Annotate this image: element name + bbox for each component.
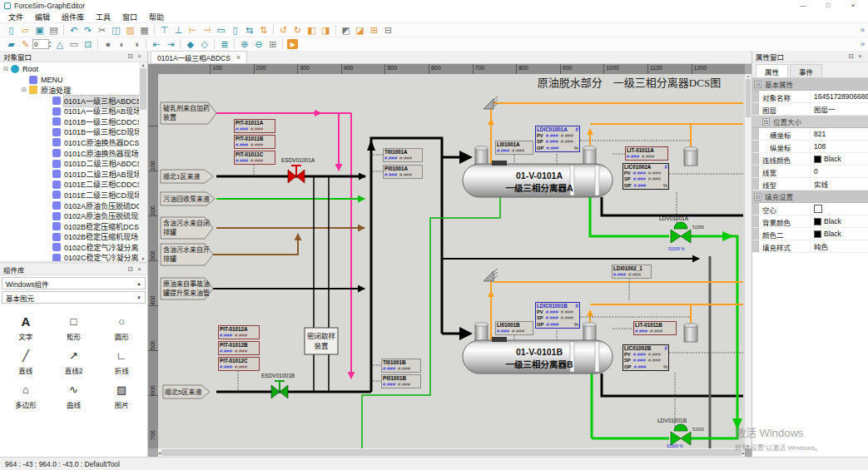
toolbar-icon[interactable]: ◩: [339, 24, 353, 37]
toolbar-icon[interactable]: ▭: [214, 24, 228, 37]
toolbar-icon[interactable]: ◫: [109, 24, 123, 37]
toolbar-icon[interactable]: ▦: [137, 24, 151, 37]
line-width-input[interactable]: [32, 39, 49, 49]
palette-item[interactable]: ↗ 直线2: [50, 349, 98, 375]
toolbar-icon[interactable]: ◐: [115, 38, 129, 51]
toolbar-icon[interactable]: ⊞: [367, 24, 381, 37]
maximize-button[interactable]: □: [817, 2, 839, 9]
toolbar-icon[interactable]: ⊡: [81, 38, 95, 51]
toolbar-icon[interactable]: ◇: [197, 38, 211, 51]
scroll-up-icon[interactable]: ▲: [141, 62, 146, 67]
drawing-canvas[interactable]: 原油脱水部分 一级三相分离器DCS图: [158, 74, 745, 448]
toolbar-icon[interactable]: ⊕: [237, 38, 251, 51]
property-row-color2[interactable]: 颜色二 Black: [752, 228, 868, 240]
toolbar-icon[interactable]: ≣: [217, 38, 231, 51]
tree-item[interactable]: 0101D二级三相ABDCS: [0, 158, 147, 169]
instrument-ldi-01002-1[interactable]: LDI01002_1 #.####.###: [612, 265, 652, 279]
vessel-01-V-0101B[interactable]: 01-V-0101B 一级三相分离器B: [463, 323, 613, 374]
toolbar-icon[interactable]: ●: [101, 38, 115, 51]
instrument-pi-01001b[interactable]: PI01001B #.####.###: [381, 374, 421, 388]
toolbar-icon[interactable]: ⊞: [265, 38, 280, 51]
instrument-pit-01012b[interactable]: PIT-01012B #.####.###: [218, 341, 260, 355]
toolbar-icon[interactable]: ▯: [4, 24, 18, 37]
toolbar-overflow-icon[interactable]: »: [861, 26, 865, 34]
toolbar-icon[interactable]: ▱: [18, 24, 32, 37]
palette-item[interactable]: ╱ 直线: [2, 349, 50, 375]
instrument-lit-01011a[interactable]: LIT-01011A #.####.###: [625, 146, 668, 161]
toolbar-icon[interactable]: ✂: [95, 24, 109, 37]
tree-item[interactable]: 0102A原油负压脱硫现场: [0, 210, 147, 221]
tree-item[interactable]: 0101A一级三相AB现场: [0, 106, 147, 116]
tree-item[interactable]: 0101E二级三相CD现场: [0, 190, 147, 200]
toolbar-icon[interactable]: ⊥: [171, 24, 186, 37]
toolbar-icon[interactable]: ▶: [287, 39, 298, 49]
library-group-windows[interactable]: Windows组件 ▲: [2, 277, 146, 289]
instrument-pit-01012c[interactable]: PIT-01012C #.####.###: [218, 357, 260, 371]
toolbar-overflow-icon[interactable]: »: [861, 40, 865, 48]
valve-esdv01001b[interactable]: ESDV01001B: [261, 373, 295, 398]
tree-item[interactable]: 0102B稳定压缩机现场: [0, 232, 147, 243]
panel-float-icon[interactable]: ⊡: [126, 265, 135, 273]
controller-ldic01001b[interactable]: LDIC01001B# PV#.####.### SP#.####.### OP…: [535, 302, 580, 329]
property-row-line-color[interactable]: 连线颜色 Black: [752, 153, 868, 166]
instrument-pit-01011b[interactable]: PIT-01011B #.####.###: [234, 135, 275, 149]
menu-item[interactable]: 帮助: [143, 11, 170, 23]
scroll-down-icon[interactable]: ▼: [746, 444, 750, 448]
toolbar-icon[interactable]: ✎: [18, 38, 32, 51]
scroll-down-icon[interactable]: ▼: [141, 256, 146, 261]
controller-lic01002a[interactable]: LIC01002A# PV#.####.### SP#.####.### OP#…: [622, 163, 669, 190]
tree-item[interactable]: 0102B稳定压缩机DCS: [0, 221, 147, 232]
toolbar-icon[interactable]: ⊤: [157, 24, 171, 37]
menu-item[interactable]: 文件: [2, 11, 29, 23]
tree-item[interactable]: ⊟ Root: [0, 64, 147, 75]
instrument-lit-01011b[interactable]: LIT-01011B #.####.###: [633, 321, 677, 335]
menu-item[interactable]: 窗口: [117, 11, 143, 23]
canvas-horizontal-scrollbar[interactable]: ◀ ▶: [158, 448, 745, 457]
tree-item[interactable]: 0102C稳定气冷凝分离DCS: [0, 242, 147, 253]
toolbar-icon[interactable]: ▤: [47, 24, 61, 37]
line-width-stepper[interactable]: ▴▾: [49, 40, 51, 48]
toolbar-icon[interactable]: ⇥: [163, 38, 177, 51]
toolbar-icon[interactable]: ⇤: [149, 38, 163, 51]
toolbar-icon[interactable]: ↻: [290, 24, 305, 37]
scroll-thumb[interactable]: [161, 449, 742, 456]
property-group-fill[interactable]: ⊟ 填充设置: [752, 190, 868, 203]
panel-float-icon[interactable]: ⊡: [126, 52, 135, 60]
toolbar-icon[interactable]: ◑: [129, 38, 143, 51]
valve-ldv01001a[interactable]: LDV01001A 51589 51509 %: [659, 215, 704, 251]
palette-item[interactable]: ∟ 折线: [97, 349, 146, 375]
tab-close-icon[interactable]: ×: [236, 53, 241, 62]
instrument-ti-01001a[interactable]: TI01001A #.####.###: [383, 148, 423, 162]
tab-events[interactable]: 事件: [790, 64, 822, 77]
property-row-layer[interactable]: 图层 图层一: [752, 103, 868, 116]
property-group-basic[interactable]: ⊟ 基本属性: [752, 78, 868, 91]
toolbar-icon[interactable]: ▯: [228, 24, 242, 37]
controller-ldic01001a[interactable]: LDIC01001A# PV#.####.### SP#.####.### OP…: [535, 126, 580, 152]
instrument-pit-01012a[interactable]: PIT-01012A #.####.###: [218, 325, 260, 339]
tree-expander-icon[interactable]: ⊟: [3, 66, 11, 72]
property-row-fill-style[interactable]: 填充样式 纯色: [752, 240, 868, 253]
property-group-position-size[interactable]: ⊟ 位置大小: [752, 116, 868, 128]
panel-close-icon[interactable]: ×: [856, 52, 865, 60]
tree-item[interactable]: MENU: [0, 75, 147, 86]
panel-close-icon[interactable]: ×: [135, 265, 144, 273]
scroll-up-icon[interactable]: ▲: [746, 74, 750, 78]
tree-item[interactable]: 0101A一级三相ABDCS: [0, 96, 147, 106]
menu-item[interactable]: 组件库: [56, 11, 90, 23]
valve-esdv01001a[interactable]: ESDV01001A: [281, 157, 315, 183]
toolbar-icon[interactable]: ◨: [319, 24, 333, 37]
instrument-pit-01011a[interactable]: PIT-01011A #.####.###: [234, 119, 275, 133]
toolbar-icon[interactable]: ⊢: [186, 24, 200, 37]
vessel-01-V-0101A[interactable]: 01-V-0101A 一级三相分离器A: [463, 146, 613, 198]
close-button[interactable]: ×: [842, 2, 864, 9]
minimize-button[interactable]: —: [792, 2, 814, 9]
tree-item[interactable]: 0101D二级三相AB现场: [0, 169, 147, 180]
property-row-object-name[interactable]: 对象名称 1645172890668648: [752, 91, 868, 103]
sampling-device-box[interactable]: 密闭取样 装置: [305, 328, 338, 354]
tree-item[interactable]: 0102A原油负压脱硫DCS: [0, 200, 147, 211]
canvas-vertical-scrollbar[interactable]: ▲ ▼: [745, 74, 751, 448]
toolbar-icon[interactable]: ↶: [67, 24, 81, 37]
tree-item[interactable]: ⊟ 原油处理: [0, 85, 147, 96]
tree-item[interactable]: 0101C原油换热器DCS: [0, 137, 147, 148]
property-row-x[interactable]: 横坐标 821: [752, 128, 868, 141]
